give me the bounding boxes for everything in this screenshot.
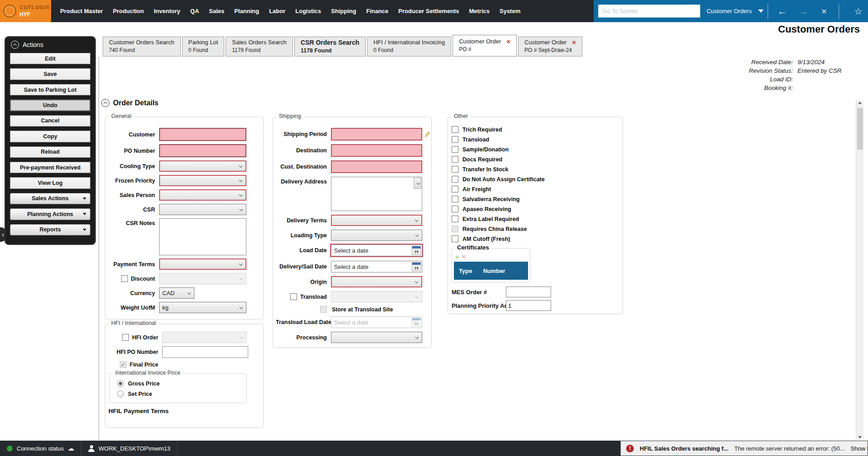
destination-label: Destination (276, 147, 331, 154)
menu-item-planning[interactable]: Planning (229, 8, 264, 14)
save-button[interactable]: Save (10, 68, 90, 80)
delivery-address-textarea[interactable] (331, 177, 422, 211)
loading-type-select[interactable] (331, 230, 422, 241)
menu-item-producer-settlements[interactable]: Producer Settlements (393, 8, 464, 14)
menu-item-inventory[interactable]: Inventory (149, 8, 185, 14)
save-to-parking-lot-button[interactable]: Save to Parking Lot (10, 84, 90, 95)
scroll-up-button[interactable] (856, 102, 863, 104)
transload-checkbox[interactable] (290, 293, 297, 300)
collapse-icon[interactable] (101, 99, 109, 107)
delivery-address-dropdown-button[interactable] (414, 178, 421, 189)
error-notification-bar[interactable]: ! HFIL Sales Orders searching f... The r… (620, 441, 868, 456)
tab-hfi-international-invoicing[interactable]: HFI / International Invoicing 0 Found (367, 37, 451, 56)
menu-item-labor[interactable]: Labor (264, 8, 290, 14)
delete-certificate-icon[interactable]: × (462, 254, 466, 260)
close-tab-icon[interactable]: × (572, 39, 576, 46)
planning-priority-adj-input[interactable] (506, 300, 551, 311)
panel-flyout-handle[interactable]: › (0, 227, 6, 242)
cb-docs-required[interactable] (452, 156, 458, 163)
actions-panel-header[interactable]: Actions (11, 41, 90, 49)
cb-am-cutoff-fresh[interactable] (452, 235, 458, 242)
gross-price-radio[interactable] (117, 380, 124, 387)
tab-customer-orders-search[interactable]: Customer Orders Search 740 Found (103, 37, 181, 56)
origin-select[interactable] (331, 276, 422, 287)
sales-person-select[interactable] (159, 189, 246, 201)
cb-extra-label-required[interactable] (452, 216, 458, 222)
tab-customer-order-po[interactable]: Customer Order× PO # (453, 35, 517, 56)
cb-air-freight[interactable] (452, 186, 458, 193)
weight-uofm-select[interactable]: kg (159, 302, 246, 313)
mes-order-input[interactable] (506, 287, 551, 297)
cb-salvatierra-receiving[interactable] (452, 196, 458, 202)
menu-item-logistics[interactable]: Logistics (290, 8, 326, 14)
cb-apaseo-receiving[interactable] (452, 206, 458, 212)
shipping-period-input[interactable] (331, 128, 422, 141)
cancel-button[interactable]: Cancel (10, 115, 90, 127)
screen-selector[interactable]: Customer Orders (707, 8, 764, 14)
csr-notes-textarea[interactable] (159, 218, 246, 255)
close-tab-icon[interactable]: × (506, 38, 510, 45)
date-placeholder: Select a date (331, 319, 412, 326)
processing-select[interactable] (331, 332, 422, 343)
customer-input[interactable] (159, 128, 246, 141)
destination-input[interactable] (331, 144, 422, 157)
discount-checkbox[interactable] (121, 275, 128, 282)
menu-item-production[interactable]: Production (108, 8, 149, 14)
tab-sales-orders-search[interactable]: Sales Orders Search 1178 Found (226, 37, 293, 56)
cb-sample-donation[interactable] (452, 146, 458, 153)
currency-select[interactable]: CAD (159, 287, 194, 299)
menu-item-qa[interactable]: QA (185, 8, 204, 14)
collapse-icon[interactable] (11, 41, 19, 49)
edit-button[interactable]: Edit (10, 53, 90, 64)
cust-destination-input[interactable] (331, 160, 422, 173)
payment-terms-select[interactable] (159, 259, 246, 270)
vertical-scrollbar[interactable] (856, 100, 863, 440)
calendar-icon[interactable]: 15 (412, 246, 421, 255)
cb-transload[interactable] (452, 136, 458, 143)
scroll-thumb[interactable] (857, 108, 863, 150)
menu-item-system[interactable]: System (495, 8, 525, 14)
tab-csr-orders-search[interactable]: CSR Orders Search 1178 Found (294, 37, 366, 56)
reports-dropdown[interactable]: Reports (10, 224, 90, 235)
delivery-terms-select[interactable] (331, 215, 422, 226)
scroll-down-button[interactable] (856, 436, 863, 438)
transload-select (331, 291, 422, 302)
set-price-radio[interactable] (117, 390, 124, 397)
view-log-button[interactable]: View Log (10, 177, 90, 188)
pre-payment-received-button[interactable]: Pre-payment Received (10, 162, 90, 173)
menu-item-sales[interactable]: Sales (204, 8, 229, 14)
copy-button[interactable]: Copy (10, 131, 90, 142)
go-to-screen-input[interactable] (598, 5, 700, 18)
cooling-type-select[interactable] (159, 160, 246, 172)
back-icon[interactable]: ← (772, 6, 793, 16)
reload-button[interactable]: Reload (10, 146, 90, 158)
pencil-icon[interactable]: ✎ (424, 130, 430, 140)
csr-select[interactable] (159, 204, 246, 215)
tab-parking-lot[interactable]: Parking Lot 0 Found (182, 37, 225, 56)
po-number-input[interactable] (159, 144, 246, 157)
planning-actions-dropdown[interactable]: Planning Actions (10, 208, 90, 220)
hfi-po-number-input[interactable] (162, 346, 248, 358)
cb-transfer-in-stock[interactable] (452, 166, 458, 173)
app-logo[interactable]: CUTLOGIX HYF (0, 0, 51, 22)
cb-trich-required[interactable] (452, 126, 458, 133)
menu-item-product-master[interactable]: Product Master (55, 8, 108, 14)
tab-customer-order-sept-draw-24[interactable]: Customer Order× PO # Sept-Draw-24 (518, 37, 582, 56)
show-details-link[interactable]: Show Details (851, 445, 868, 452)
sales-actions-dropdown[interactable]: Sales Actions (10, 193, 90, 204)
close-screen-icon[interactable]: × (814, 6, 835, 16)
load-date-picker[interactable]: Select a date15 (331, 244, 422, 256)
calendar-icon[interactable]: 15 (412, 262, 421, 271)
menu-item-shipping[interactable]: Shipping (326, 8, 361, 14)
undo-button[interactable]: Undo (10, 99, 90, 111)
shipping-period-label: Shipping Period (276, 131, 331, 137)
favorite-icon[interactable]: ☆ (849, 6, 868, 17)
hfi-order-checkbox[interactable] (122, 334, 129, 341)
menu-item-metrics[interactable]: Metrics (464, 8, 495, 14)
delivery-sail-date-picker[interactable]: Select a date15 (331, 261, 422, 273)
frozen-priority-select[interactable] (159, 175, 246, 186)
forward-icon[interactable]: → (793, 6, 814, 16)
menu-item-finance[interactable]: Finance (361, 8, 393, 14)
cb-do-not-auto-assign-certificate[interactable] (452, 176, 458, 183)
add-certificate-icon[interactable]: + (455, 254, 459, 260)
